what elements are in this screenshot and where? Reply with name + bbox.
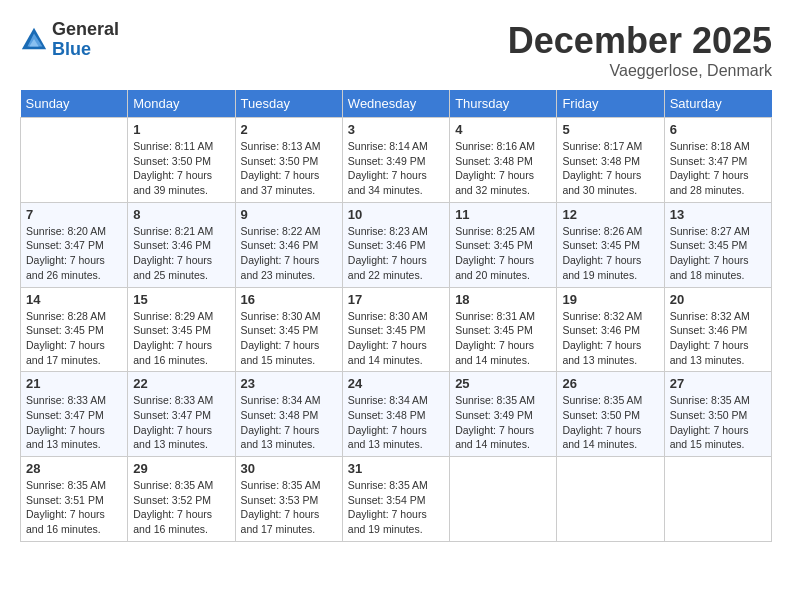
day-number: 11 — [455, 207, 551, 222]
calendar-day-header: Thursday — [450, 90, 557, 118]
day-number: 13 — [670, 207, 766, 222]
day-info: Sunrise: 8:17 AM Sunset: 3:48 PM Dayligh… — [562, 139, 658, 198]
calendar-cell: 15Sunrise: 8:29 AM Sunset: 3:45 PM Dayli… — [128, 287, 235, 372]
calendar-cell: 7Sunrise: 8:20 AM Sunset: 3:47 PM Daylig… — [21, 202, 128, 287]
day-number: 30 — [241, 461, 337, 476]
day-info: Sunrise: 8:30 AM Sunset: 3:45 PM Dayligh… — [348, 309, 444, 368]
logo-blue-text: Blue — [52, 39, 91, 59]
day-info: Sunrise: 8:30 AM Sunset: 3:45 PM Dayligh… — [241, 309, 337, 368]
day-info: Sunrise: 8:20 AM Sunset: 3:47 PM Dayligh… — [26, 224, 122, 283]
location: Vaeggerlose, Denmark — [508, 62, 772, 80]
calendar-cell: 13Sunrise: 8:27 AM Sunset: 3:45 PM Dayli… — [664, 202, 771, 287]
calendar-cell: 27Sunrise: 8:35 AM Sunset: 3:50 PM Dayli… — [664, 372, 771, 457]
day-number: 27 — [670, 376, 766, 391]
calendar-cell: 2Sunrise: 8:13 AM Sunset: 3:50 PM Daylig… — [235, 118, 342, 203]
day-number: 17 — [348, 292, 444, 307]
calendar-week-row: 1Sunrise: 8:11 AM Sunset: 3:50 PM Daylig… — [21, 118, 772, 203]
day-info: Sunrise: 8:34 AM Sunset: 3:48 PM Dayligh… — [241, 393, 337, 452]
calendar-cell: 24Sunrise: 8:34 AM Sunset: 3:48 PM Dayli… — [342, 372, 449, 457]
calendar-cell: 28Sunrise: 8:35 AM Sunset: 3:51 PM Dayli… — [21, 457, 128, 542]
logo-icon — [20, 26, 48, 54]
calendar-cell: 12Sunrise: 8:26 AM Sunset: 3:45 PM Dayli… — [557, 202, 664, 287]
day-info: Sunrise: 8:35 AM Sunset: 3:50 PM Dayligh… — [670, 393, 766, 452]
day-info: Sunrise: 8:23 AM Sunset: 3:46 PM Dayligh… — [348, 224, 444, 283]
calendar-cell: 26Sunrise: 8:35 AM Sunset: 3:50 PM Dayli… — [557, 372, 664, 457]
day-number: 16 — [241, 292, 337, 307]
calendar-cell — [664, 457, 771, 542]
logo: General Blue — [20, 20, 119, 60]
day-info: Sunrise: 8:27 AM Sunset: 3:45 PM Dayligh… — [670, 224, 766, 283]
calendar-cell: 30Sunrise: 8:35 AM Sunset: 3:53 PM Dayli… — [235, 457, 342, 542]
calendar-week-row: 21Sunrise: 8:33 AM Sunset: 3:47 PM Dayli… — [21, 372, 772, 457]
day-info: Sunrise: 8:28 AM Sunset: 3:45 PM Dayligh… — [26, 309, 122, 368]
calendar-table: SundayMondayTuesdayWednesdayThursdayFrid… — [20, 90, 772, 542]
day-info: Sunrise: 8:22 AM Sunset: 3:46 PM Dayligh… — [241, 224, 337, 283]
day-info: Sunrise: 8:26 AM Sunset: 3:45 PM Dayligh… — [562, 224, 658, 283]
day-info: Sunrise: 8:33 AM Sunset: 3:47 PM Dayligh… — [133, 393, 229, 452]
day-number: 31 — [348, 461, 444, 476]
calendar-week-row: 28Sunrise: 8:35 AM Sunset: 3:51 PM Dayli… — [21, 457, 772, 542]
day-info: Sunrise: 8:21 AM Sunset: 3:46 PM Dayligh… — [133, 224, 229, 283]
day-number: 2 — [241, 122, 337, 137]
day-number: 12 — [562, 207, 658, 222]
day-info: Sunrise: 8:35 AM Sunset: 3:53 PM Dayligh… — [241, 478, 337, 537]
calendar-cell: 8Sunrise: 8:21 AM Sunset: 3:46 PM Daylig… — [128, 202, 235, 287]
day-number: 19 — [562, 292, 658, 307]
day-number: 18 — [455, 292, 551, 307]
day-number: 7 — [26, 207, 122, 222]
calendar-cell: 18Sunrise: 8:31 AM Sunset: 3:45 PM Dayli… — [450, 287, 557, 372]
day-info: Sunrise: 8:32 AM Sunset: 3:46 PM Dayligh… — [562, 309, 658, 368]
day-info: Sunrise: 8:33 AM Sunset: 3:47 PM Dayligh… — [26, 393, 122, 452]
calendar-cell: 6Sunrise: 8:18 AM Sunset: 3:47 PM Daylig… — [664, 118, 771, 203]
calendar-cell: 11Sunrise: 8:25 AM Sunset: 3:45 PM Dayli… — [450, 202, 557, 287]
calendar-cell: 5Sunrise: 8:17 AM Sunset: 3:48 PM Daylig… — [557, 118, 664, 203]
day-info: Sunrise: 8:14 AM Sunset: 3:49 PM Dayligh… — [348, 139, 444, 198]
day-number: 25 — [455, 376, 551, 391]
day-info: Sunrise: 8:35 AM Sunset: 3:49 PM Dayligh… — [455, 393, 551, 452]
calendar-cell: 17Sunrise: 8:30 AM Sunset: 3:45 PM Dayli… — [342, 287, 449, 372]
day-number: 22 — [133, 376, 229, 391]
day-number: 14 — [26, 292, 122, 307]
calendar-cell: 9Sunrise: 8:22 AM Sunset: 3:46 PM Daylig… — [235, 202, 342, 287]
day-number: 4 — [455, 122, 551, 137]
day-number: 10 — [348, 207, 444, 222]
calendar-cell: 31Sunrise: 8:35 AM Sunset: 3:54 PM Dayli… — [342, 457, 449, 542]
day-number: 8 — [133, 207, 229, 222]
day-number: 29 — [133, 461, 229, 476]
day-info: Sunrise: 8:35 AM Sunset: 3:51 PM Dayligh… — [26, 478, 122, 537]
day-number: 21 — [26, 376, 122, 391]
day-number: 28 — [26, 461, 122, 476]
day-info: Sunrise: 8:34 AM Sunset: 3:48 PM Dayligh… — [348, 393, 444, 452]
calendar-cell: 20Sunrise: 8:32 AM Sunset: 3:46 PM Dayli… — [664, 287, 771, 372]
day-number: 6 — [670, 122, 766, 137]
day-info: Sunrise: 8:32 AM Sunset: 3:46 PM Dayligh… — [670, 309, 766, 368]
day-info: Sunrise: 8:11 AM Sunset: 3:50 PM Dayligh… — [133, 139, 229, 198]
day-number: 9 — [241, 207, 337, 222]
day-info: Sunrise: 8:13 AM Sunset: 3:50 PM Dayligh… — [241, 139, 337, 198]
calendar-week-row: 14Sunrise: 8:28 AM Sunset: 3:45 PM Dayli… — [21, 287, 772, 372]
logo-text: General Blue — [52, 20, 119, 60]
day-number: 26 — [562, 376, 658, 391]
day-info: Sunrise: 8:25 AM Sunset: 3:45 PM Dayligh… — [455, 224, 551, 283]
calendar-cell: 19Sunrise: 8:32 AM Sunset: 3:46 PM Dayli… — [557, 287, 664, 372]
calendar-cell: 3Sunrise: 8:14 AM Sunset: 3:49 PM Daylig… — [342, 118, 449, 203]
calendar-cell — [450, 457, 557, 542]
day-info: Sunrise: 8:18 AM Sunset: 3:47 PM Dayligh… — [670, 139, 766, 198]
calendar-cell: 23Sunrise: 8:34 AM Sunset: 3:48 PM Dayli… — [235, 372, 342, 457]
calendar-cell: 29Sunrise: 8:35 AM Sunset: 3:52 PM Dayli… — [128, 457, 235, 542]
day-info: Sunrise: 8:35 AM Sunset: 3:54 PM Dayligh… — [348, 478, 444, 537]
calendar-cell: 22Sunrise: 8:33 AM Sunset: 3:47 PM Dayli… — [128, 372, 235, 457]
calendar-day-header: Monday — [128, 90, 235, 118]
page-header: General Blue December 2025 Vaeggerlose, … — [20, 20, 772, 80]
calendar-cell: 4Sunrise: 8:16 AM Sunset: 3:48 PM Daylig… — [450, 118, 557, 203]
calendar-day-header: Tuesday — [235, 90, 342, 118]
calendar-day-header: Wednesday — [342, 90, 449, 118]
day-info: Sunrise: 8:35 AM Sunset: 3:50 PM Dayligh… — [562, 393, 658, 452]
calendar-day-header: Sunday — [21, 90, 128, 118]
month-title: December 2025 — [508, 20, 772, 62]
day-number: 20 — [670, 292, 766, 307]
day-info: Sunrise: 8:16 AM Sunset: 3:48 PM Dayligh… — [455, 139, 551, 198]
calendar-cell: 16Sunrise: 8:30 AM Sunset: 3:45 PM Dayli… — [235, 287, 342, 372]
calendar-header-row: SundayMondayTuesdayWednesdayThursdayFrid… — [21, 90, 772, 118]
title-area: December 2025 Vaeggerlose, Denmark — [508, 20, 772, 80]
